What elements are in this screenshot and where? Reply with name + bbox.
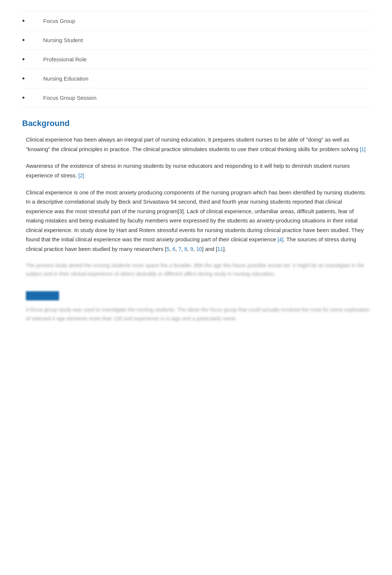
reference-link-5[interactable]: 5 [166,246,169,252]
bullet-dot: • [22,93,25,102]
background-paragraph-3: Clinical experience is one of the most a… [26,188,370,254]
reference-link-4[interactable]: [4] [278,237,283,242]
reference-link-7[interactable]: 7 [178,246,181,252]
paragraph-text: Awareness of the existence of stress in … [26,163,350,178]
bullet-dot: • [22,36,25,44]
reference-link-11[interactable]: 11 [217,246,223,252]
bullet-dot: • [22,55,25,64]
list-item-label: Nursing Education [43,75,89,82]
comma: , [187,246,190,252]
reference-link-10[interactable]: 10 [196,246,202,252]
list-item-label: Focus Group Session [43,95,96,101]
bracket-final: ]. [223,246,226,252]
list-item: • Focus Group Session [22,88,370,108]
list-item: • Nursing Education [22,69,370,88]
background-paragraph-1: Clinical experience has been always an i… [26,135,370,154]
comma: , [169,246,172,252]
paragraph-text: Clinical experience has been always an i… [26,136,360,152]
list-item-label: Nursing Student [43,37,83,43]
bullet-dot: • [22,17,25,25]
blurred-paragraph-1: The present study aimed the nursing stud… [26,261,370,279]
reference-link-1[interactable]: [1] [360,146,366,152]
reference-link-6[interactable]: 6 [172,246,175,252]
keyword-list: • Focus Group • Nursing Student • Profes… [22,11,370,108]
list-item: • Professional Role [22,50,370,69]
list-item: • Nursing Student [22,31,370,50]
comma: , [193,246,196,252]
bracket-close: ] and [ [202,246,217,252]
blurred-paragraph-2: A focus group study was used to investig… [26,306,370,323]
list-item-label: Professional Role [43,56,87,62]
paragraph-text: Clinical experience is one of the most a… [26,189,366,243]
background-paragraph-2: Awareness of the existence of stress in … [26,161,370,180]
background-heading: Background [22,119,370,128]
list-item-label: Focus Group [43,18,75,24]
blurred-methods-heading: Methods [26,291,59,300]
bullet-dot: • [22,74,25,83]
background-content: Clinical experience has been always an i… [22,135,370,323]
list-item: • Focus Group [22,11,370,31]
reference-link-2[interactable]: [2] [79,173,85,178]
